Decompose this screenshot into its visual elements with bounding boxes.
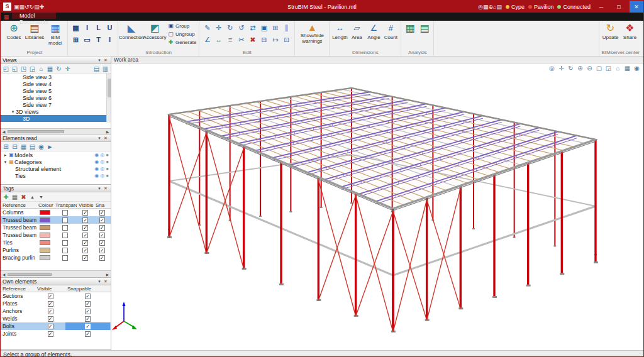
checkbox[interactable]: ✓ — [99, 225, 105, 231]
list-icon[interactable]: ▤ — [28, 143, 36, 151]
list-view-icon[interactable]: ▤ — [92, 65, 101, 73]
detail-view-icon[interactable]: ▥ — [101, 65, 109, 73]
save-icon[interactable]: ▣ — [14, 4, 19, 10]
elements-read-collapse-icon[interactable]: ▾ — [96, 136, 103, 141]
move-icon[interactable]: ✛ — [557, 64, 565, 72]
delete-icon[interactable]: ✖ — [248, 35, 257, 45]
tags-close-icon[interactable]: ✕ — [103, 186, 109, 191]
connection-button[interactable]: ◣Connection — [121, 22, 142, 40]
views-collapse-icon[interactable]: ▾ — [96, 58, 103, 63]
target-icon[interactable]: ◎ — [478, 4, 483, 10]
checkbox[interactable]: ✓ — [99, 233, 105, 238]
rotate-icon[interactable]: ↻ — [567, 64, 575, 72]
libraries-button[interactable]: ▤Libraries — [25, 22, 44, 40]
list-icon[interactable]: ▤ — [34, 4, 40, 10]
home-icon[interactable]: ⌂ — [614, 64, 622, 72]
copy-icon[interactable]: ▣ — [259, 23, 269, 33]
checkbox[interactable]: ✓ — [99, 217, 105, 223]
group-button[interactable]: ▣Group — [167, 22, 196, 30]
project-badge[interactable]: Pavilion — [528, 4, 554, 10]
view-corner-icon[interactable]: ◲ — [604, 64, 613, 72]
tag-row-ties[interactable]: Ties✓✓ — [1, 239, 111, 246]
i-beam-icon[interactable]: I — [82, 23, 92, 33]
colour-swatch[interactable] — [40, 248, 50, 253]
ungroup-button[interactable]: ▢Ungroup — [167, 30, 196, 38]
move-icon[interactable]: ✛ — [214, 23, 223, 33]
up-icon[interactable]: ▲ — [28, 193, 36, 201]
dot-icon[interactable]: ● — [106, 166, 109, 172]
checkbox[interactable]: ✓ — [82, 240, 88, 246]
swatch-icon[interactable]: ▦ — [11, 193, 19, 201]
frame-icon[interactable]: ▢ — [595, 64, 603, 72]
app-logo-icon[interactable]: S — [3, 3, 11, 11]
checkbox[interactable]: ✓ — [85, 324, 91, 329]
checkbox[interactable]: ✓ — [82, 255, 88, 261]
count-button[interactable]: #Count — [383, 22, 398, 40]
own-elements-close-icon[interactable]: ✕ — [103, 279, 109, 284]
grid-icon[interactable]: ▦ — [71, 23, 80, 33]
view-side-icon[interactable]: ◳ — [19, 65, 28, 73]
tree-item-3d[interactable]: 3D — [1, 115, 111, 122]
stretch-icon[interactable]: ↔ — [214, 35, 223, 45]
home-view-icon[interactable]: ⌂ — [37, 65, 45, 73]
tree-item-3d-views[interactable]: ▾3D views — [1, 108, 111, 115]
circle-icon[interactable]: ◎ — [100, 152, 104, 158]
redo-icon[interactable]: ↻ — [30, 4, 35, 10]
checkbox[interactable] — [62, 210, 68, 216]
offset-icon[interactable]: ∥ — [282, 23, 291, 33]
checkbox[interactable]: ✓ — [48, 294, 53, 299]
checkbox[interactable]: ✓ — [99, 240, 105, 246]
tags-horizontal-scrollbar[interactable]: ◀ ▶ — [1, 270, 111, 277]
colour-swatch[interactable] — [40, 210, 50, 215]
checkbox[interactable]: ✓ — [82, 217, 88, 223]
checkbox[interactable] — [62, 233, 68, 238]
tag-row-trussed-beam-1[interactable]: Trussed beam 1✓✓ — [1, 216, 111, 224]
colour-swatch[interactable] — [40, 233, 50, 238]
dot-icon[interactable]: ● — [106, 173, 109, 178]
checkbox[interactable] — [62, 240, 68, 246]
own-element-row-welds[interactable]: Welds✓✓ — [1, 315, 111, 322]
zoom-in-icon[interactable]: ⊕ — [576, 64, 584, 72]
array-icon[interactable]: ⊞ — [270, 23, 280, 33]
tag-row-trussed-beam-3[interactable]: Trussed beam 3✓✓ — [1, 231, 111, 239]
own-element-row-joints[interactable]: Joints✓✓ — [1, 330, 111, 338]
i-beam-icon[interactable]: I — [105, 35, 114, 45]
refresh-view-icon[interactable]: ↻ — [55, 65, 63, 73]
own-elements-collapse-icon[interactable]: ▾ — [96, 279, 103, 284]
checkbox[interactable]: ✓ — [99, 248, 105, 253]
grid-icon[interactable]: ▦ — [19, 4, 25, 10]
eye-icon[interactable]: ◉ — [37, 143, 45, 151]
show-hide-warnings-button[interactable]: ▲ Show/hide warnings — [297, 22, 326, 44]
trim-icon[interactable]: ✂ — [236, 35, 246, 45]
checkbox[interactable]: ✓ — [85, 301, 91, 307]
plate-icon[interactable]: ▭ — [82, 35, 92, 45]
checkbox[interactable]: ✓ — [85, 309, 91, 314]
calculator-button[interactable]: ▦ — [404, 22, 416, 35]
update-button[interactable]: ↻Update — [602, 22, 619, 40]
tag-row-bracing-purlin[interactable]: Bracing purlin✓✓ — [1, 254, 111, 261]
eye-icon[interactable]: ◉ — [633, 64, 641, 72]
colour-swatch[interactable] — [40, 217, 50, 222]
delete-icon[interactable]: ✖ — [19, 193, 28, 201]
checkbox[interactable]: ✓ — [99, 255, 105, 261]
checkbox[interactable]: ✓ — [82, 233, 88, 238]
views-close-icon[interactable]: ✕ — [103, 58, 109, 63]
tab-model[interactable]: Model — [12, 13, 56, 19]
scroll-right-icon[interactable]: ▶ — [104, 129, 111, 134]
tree-item-ties[interactable]: Ties◉◎● — [1, 172, 111, 179]
dot-icon[interactable]: ● — [106, 159, 109, 165]
divide-icon[interactable]: ⊟ — [259, 35, 269, 45]
scroll-left-icon[interactable]: ◀ — [1, 129, 7, 134]
circle-icon[interactable]: ◎ — [100, 173, 104, 178]
share-button[interactable]: ❖Share — [621, 22, 639, 40]
views-horizontal-scrollbar[interactable]: ◀ ▶ — [1, 128, 111, 134]
draw-icon[interactable]: ✎ — [203, 23, 212, 33]
zoom-out-icon[interactable]: ⊖ — [586, 64, 594, 72]
list-icon[interactable]: ▤ — [496, 4, 502, 10]
tree-item-side-view-7[interactable]: Side view 7 — [1, 101, 111, 108]
eye-icon[interactable]: ◉ — [94, 159, 99, 165]
mirror-icon[interactable]: ⇄ — [248, 23, 257, 33]
down-icon[interactable]: ▼ — [37, 193, 45, 201]
account-badge[interactable]: Cype — [506, 4, 525, 10]
tree-item-models[interactable]: ▸▣Models◉◎● — [1, 151, 111, 158]
